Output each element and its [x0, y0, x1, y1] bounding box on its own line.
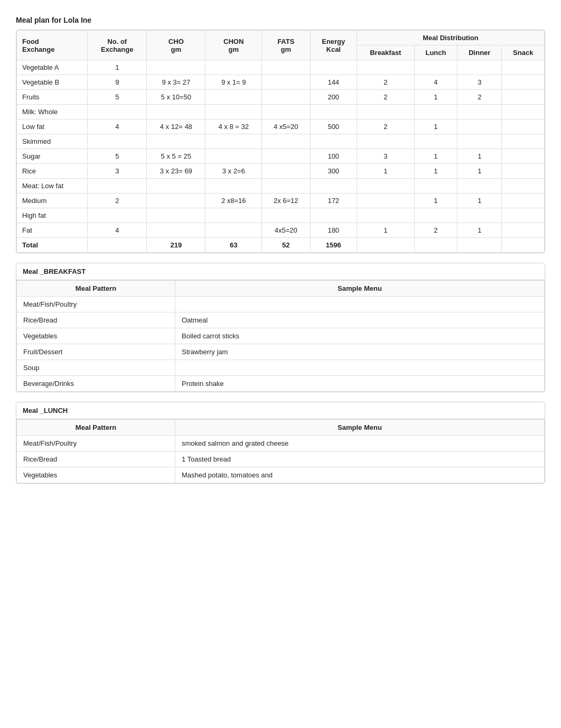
breakfast-title: Meal _BREAKFAST	[16, 263, 545, 280]
chon-cell	[205, 179, 261, 193]
fats-cell	[261, 179, 310, 193]
breakfast-col2-header: Sample Menu	[175, 281, 545, 297]
energy-cell: 172	[310, 193, 357, 208]
cho-cell: 219	[147, 238, 205, 253]
lunch-cell: 4	[414, 75, 457, 90]
no_of-cell: 1	[88, 60, 147, 75]
lunch-cell	[414, 179, 457, 193]
lunch-cell: 1	[414, 119, 457, 134]
food-cell: Total	[17, 238, 88, 253]
col-snack: Snack	[502, 45, 545, 60]
breakfast-cell	[357, 238, 414, 253]
breakfast-pattern-cell: Vegetables	[17, 328, 175, 344]
breakfast-cell	[357, 134, 414, 149]
fats-cell	[261, 164, 310, 179]
breakfast-menu-cell	[175, 360, 545, 376]
energy-cell	[310, 208, 357, 223]
fats-cell	[261, 134, 310, 149]
chon-cell	[205, 90, 261, 105]
lunch-pattern-cell: Vegetables	[17, 467, 175, 483]
food-cell: Rice	[17, 164, 88, 179]
chon-cell	[205, 208, 261, 223]
breakfast-pattern-cell: Fruit/Dessert	[17, 344, 175, 360]
nutrition-table: Food Exchange No. of Exchange CHO gm CHO…	[16, 30, 545, 253]
food-cell: Fat	[17, 223, 88, 238]
food-cell: Vegetable A	[17, 60, 88, 75]
chon-cell	[205, 134, 261, 149]
lunch-col1-header: Meal Pattern	[17, 420, 175, 436]
main-table-container: Food Exchange No. of Exchange CHO gm CHO…	[16, 30, 545, 253]
lunch-cell	[414, 208, 457, 223]
col-no-of: No. of Exchange	[88, 31, 147, 60]
no_of-cell: 5	[88, 149, 147, 164]
dinner-cell	[457, 134, 502, 149]
breakfast-cell: 2	[357, 75, 414, 90]
no_of-cell: 4	[88, 119, 147, 134]
lunch-menu-cell: 1 Toasted bread	[175, 451, 545, 467]
energy-cell	[310, 60, 357, 75]
lunch-cell: 2	[414, 223, 457, 238]
lunch-cell	[414, 134, 457, 149]
lunch-col2-header: Sample Menu	[175, 420, 545, 436]
fats-cell	[261, 60, 310, 75]
dinner-cell: 1	[457, 164, 502, 179]
energy-cell: 180	[310, 223, 357, 238]
dinner-cell	[457, 238, 502, 253]
food-cell: Milk: Whole	[17, 105, 88, 119]
snack-cell	[502, 193, 545, 208]
fats-cell: 52	[261, 238, 310, 253]
chon-cell: 2 x8=16	[205, 193, 261, 208]
energy-cell: 144	[310, 75, 357, 90]
cho-cell: 5 x 10=50	[147, 90, 205, 105]
lunch-title: Meal _LUNCH	[16, 402, 545, 419]
col-cho: CHO gm	[147, 31, 205, 60]
lunch-cell	[414, 105, 457, 119]
breakfast-col1-header: Meal Pattern	[17, 281, 175, 297]
snack-cell	[502, 90, 545, 105]
fats-cell	[261, 75, 310, 90]
energy-cell: 500	[310, 119, 357, 134]
cho-cell: 4 x 12= 48	[147, 119, 205, 134]
lunch-section: Meal _LUNCH Meal Pattern Sample Menu Mea…	[16, 402, 545, 484]
breakfast-cell	[357, 60, 414, 75]
fats-cell	[261, 105, 310, 119]
energy-cell	[310, 105, 357, 119]
food-cell: Fruits	[17, 90, 88, 105]
breakfast-menu-cell: Strawberry jam	[175, 344, 545, 360]
breakfast-cell: 1	[357, 164, 414, 179]
energy-cell: 100	[310, 149, 357, 164]
breakfast-pattern-cell: Beverage/Drinks	[17, 376, 175, 392]
breakfast-menu-cell: Protein shake	[175, 376, 545, 392]
cho-cell: 9 x 3= 27	[147, 75, 205, 90]
breakfast-menu-cell	[175, 297, 545, 312]
chon-cell	[205, 60, 261, 75]
lunch-cell: 1	[414, 193, 457, 208]
dinner-cell	[457, 208, 502, 223]
lunch-menu-cell: smoked salmon and grated cheese	[175, 436, 545, 451]
lunch-cell	[414, 238, 457, 253]
cho-cell	[147, 193, 205, 208]
cho-cell: 3 x 23= 69	[147, 164, 205, 179]
food-cell: Medium	[17, 193, 88, 208]
breakfast-pattern-cell: Rice/Bread	[17, 312, 175, 328]
dinner-cell: 2	[457, 90, 502, 105]
chon-cell	[205, 223, 261, 238]
energy-cell	[310, 179, 357, 193]
snack-cell	[502, 119, 545, 134]
breakfast-cell	[357, 179, 414, 193]
no_of-cell	[88, 208, 147, 223]
col-fats: FATS gm	[261, 31, 310, 60]
no_of-cell	[88, 105, 147, 119]
chon-cell: 3 x 2=6	[205, 164, 261, 179]
no_of-cell: 5	[88, 90, 147, 105]
fats-cell: 2x 6=12	[261, 193, 310, 208]
col-breakfast: Breakfast	[357, 45, 414, 60]
breakfast-section: Meal _BREAKFAST Meal Pattern Sample Menu…	[16, 263, 545, 392]
cho-cell	[147, 134, 205, 149]
lunch-cell	[414, 60, 457, 75]
breakfast-cell	[357, 208, 414, 223]
no_of-cell: 9	[88, 75, 147, 90]
food-cell: Vegetable B	[17, 75, 88, 90]
col-dinner: Dinner	[457, 45, 502, 60]
breakfast-cell	[357, 105, 414, 119]
